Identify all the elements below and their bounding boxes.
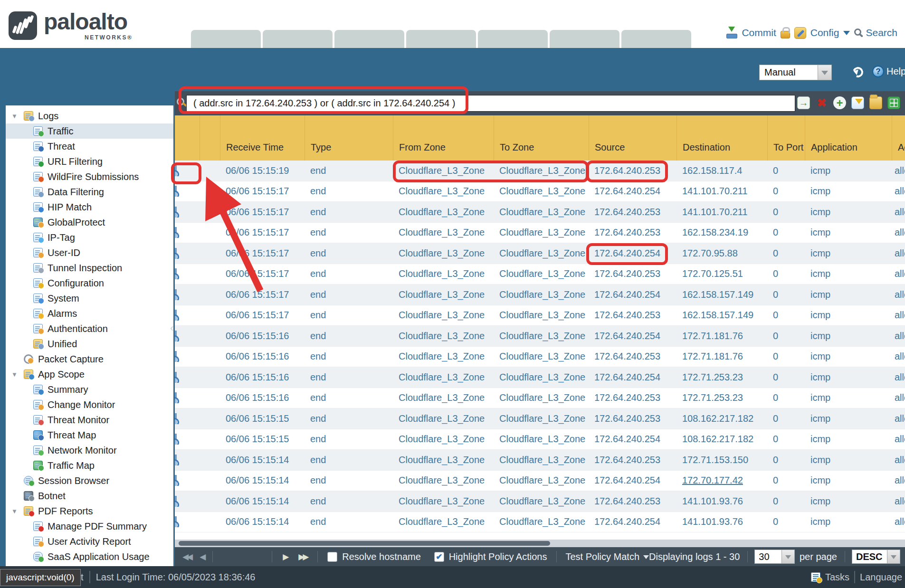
sidebar-item[interactable]: ▼ WildFire Submissions: [6, 169, 173, 184]
test-policy-match-menu[interactable]: Test Policy Match: [565, 551, 649, 562]
sidebar-item[interactable]: ▼ URL Filtering: [6, 154, 173, 169]
column-header[interactable]: Destination: [676, 115, 767, 161]
column-header[interactable]: Source: [589, 115, 676, 161]
log-detail-icon[interactable]: [175, 227, 177, 238]
refresh-interval-select[interactable]: Manual: [759, 65, 832, 80]
nav-tab[interactable]: [334, 30, 404, 48]
log-detail-icon[interactable]: [175, 248, 177, 259]
sidebar-item[interactable]: ▼ Traffic: [6, 123, 173, 139]
commit-link[interactable]: Commit: [742, 27, 776, 38]
config-caret-icon[interactable]: [843, 31, 850, 38]
sort-order-dropdown-button[interactable]: [887, 550, 900, 564]
sidebar-item[interactable]: ▼ PDF Reports: [6, 503, 173, 519]
tasks-link[interactable]: Tasks: [825, 572, 849, 583]
sidebar-item[interactable]: ▼ Packet Capture: [6, 351, 173, 367]
nav-tab[interactable]: [478, 30, 548, 48]
scrollbar-thumb[interactable]: [179, 541, 550, 546]
next-page-icon[interactable]: ▶: [283, 552, 287, 562]
expand-triangle-icon[interactable]: ▼: [11, 508, 24, 515]
sidebar-item[interactable]: ▼ System: [6, 291, 173, 306]
nav-tab[interactable]: [406, 30, 476, 48]
clear-filter-icon[interactable]: ✖: [815, 96, 828, 109]
sidebar-item[interactable]: ▼ User-ID: [6, 245, 173, 260]
sidebar-item[interactable]: ▼ Manage PDF Summary: [6, 519, 173, 534]
prev-page-icon[interactable]: ◀: [200, 552, 204, 562]
column-header[interactable]: [175, 115, 200, 161]
log-detail-icon[interactable]: [175, 351, 177, 362]
sidebar-item[interactable]: ▼ App Scope: [6, 367, 173, 382]
cell-destination[interactable]: 141.101.70.211: [676, 207, 767, 218]
cell-destination[interactable]: 162.158.157.149: [676, 289, 767, 300]
sidebar-collapse-handle[interactable]: ‹: [170, 322, 173, 334]
help-link[interactable]: Help: [886, 66, 905, 77]
highlight-policy-actions-checkbox[interactable]: ✔: [434, 552, 444, 562]
sidebar-item[interactable]: ▼ Threat: [6, 139, 173, 154]
column-header[interactable]: To Zone: [494, 115, 589, 161]
expand-triangle-icon[interactable]: ▼: [11, 113, 24, 120]
column-header[interactable]: Application: [805, 115, 892, 161]
sidebar-item[interactable]: ▼ User Activity Report: [6, 534, 173, 549]
sidebar-item[interactable]: ▼ Data Filtering: [6, 184, 173, 199]
sidebar-item[interactable]: ▼ HIP Match: [6, 199, 173, 215]
cell-destination[interactable]: 172.70.95.88: [676, 248, 767, 259]
column-header[interactable]: Ac: [892, 115, 905, 161]
column-header[interactable]: Receive Time: [220, 115, 305, 161]
nav-tab[interactable]: [550, 30, 619, 48]
per-page-input[interactable]: [754, 550, 782, 564]
resolve-hostname-checkbox[interactable]: [327, 552, 337, 562]
cell-destination[interactable]: 141.101.70.211: [676, 186, 767, 197]
log-detail-icon[interactable]: [175, 310, 177, 321]
log-detail-icon[interactable]: [175, 289, 177, 300]
cell-destination[interactable]: 172.70.125.51: [676, 268, 767, 279]
sidebar-item[interactable]: ▼ GlobalProtect: [6, 215, 173, 230]
sidebar-item[interactable]: ▼ Tunnel Inspection: [6, 260, 173, 275]
log-detail-icon[interactable]: [175, 331, 177, 341]
sort-order-select[interactable]: DESC: [852, 550, 887, 564]
log-detail-icon[interactable]: [175, 186, 177, 197]
sidebar-item[interactable]: ▼ SaaS Application Usage: [6, 549, 173, 564]
language-link[interactable]: Language: [860, 572, 902, 583]
log-filter-input[interactable]: [186, 95, 795, 112]
sidebar-item[interactable]: ▼ Unified: [6, 336, 173, 351]
log-detail-icon[interactable]: [175, 392, 177, 403]
cell-destination[interactable]: 172.70.177.42: [676, 475, 767, 486]
refresh-icon[interactable]: [851, 65, 865, 79]
sidebar-item[interactable]: ▼ Summary: [6, 382, 173, 397]
cell-destination[interactable]: 162.158.157.149: [676, 310, 767, 321]
nav-tab[interactable]: [263, 30, 333, 48]
sidebar-item[interactable]: ▼ Threat Monitor: [6, 412, 173, 427]
sidebar-item[interactable]: ▼ Alarms: [6, 306, 173, 321]
load-filter-icon[interactable]: [869, 96, 882, 109]
nav-tab[interactable]: [191, 30, 261, 48]
cell-destination[interactable]: 172.71.181.76: [676, 351, 767, 362]
filter-builder-icon[interactable]: [851, 96, 864, 109]
log-detail-icon[interactable]: [175, 268, 177, 279]
log-detail-icon[interactable]: [175, 475, 177, 486]
per-page-dropdown-button[interactable]: [782, 550, 795, 564]
sidebar-item[interactable]: ▼ Logs: [6, 108, 173, 123]
cell-destination[interactable]: 108.162.217.182: [676, 413, 767, 424]
column-header[interactable]: To Port: [767, 115, 805, 161]
last-page-icon[interactable]: ▶▶: [298, 552, 307, 562]
sidebar-item[interactable]: ▼ Session Browser: [6, 473, 173, 488]
nav-tab[interactable]: [621, 30, 691, 48]
log-detail-icon[interactable]: [175, 372, 177, 383]
cell-destination[interactable]: 162.158.234.19: [676, 227, 767, 238]
cell-destination[interactable]: 162.158.117.4: [676, 165, 767, 176]
sidebar-item[interactable]: ▼ Authentication: [6, 321, 173, 336]
sidebar-item[interactable]: ▼ Network Monitor: [6, 443, 173, 458]
sidebar-item[interactable]: ▼ Configuration: [6, 275, 173, 291]
cell-destination[interactable]: 172.71.253.23: [676, 372, 767, 383]
column-header[interactable]: From Zone: [393, 115, 494, 161]
sidebar-item[interactable]: ▼ Traffic Map: [6, 458, 173, 473]
sidebar-item[interactable]: ▼ Threat Map: [6, 427, 173, 443]
column-header[interactable]: [200, 115, 220, 161]
cell-destination[interactable]: 141.101.93.76: [676, 516, 767, 527]
refresh-interval-dropdown-button[interactable]: [818, 65, 832, 80]
first-page-icon[interactable]: ◀◀: [182, 552, 191, 562]
column-header[interactable]: Type: [305, 115, 393, 161]
expand-triangle-icon[interactable]: ▼: [11, 371, 24, 378]
sidebar-item[interactable]: ▼ Change Monitor: [6, 397, 173, 412]
cell-destination[interactable]: 172.71.181.76: [676, 331, 767, 341]
cell-destination[interactable]: 172.71.253.23: [676, 392, 767, 403]
